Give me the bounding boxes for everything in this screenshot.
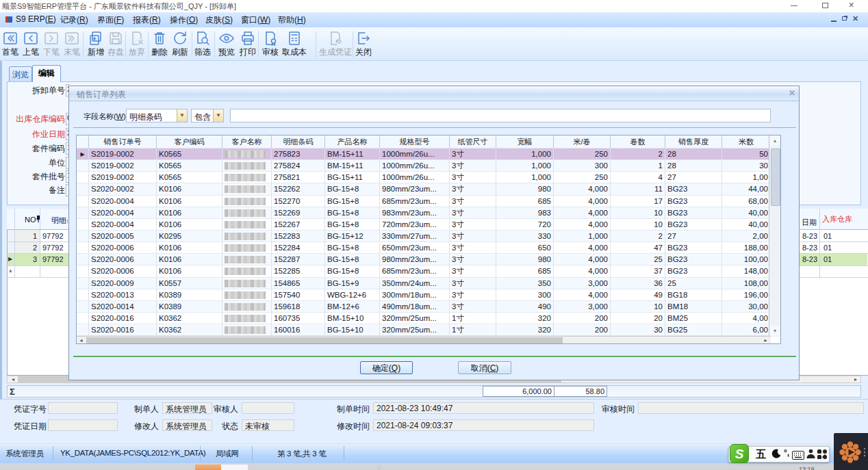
dialog-table-row-3[interactable]: S2020-0002K0106152262BG-15+8980mm/23um..… (77, 183, 771, 195)
toolbar-button-audit[interactable]: 审核 (259, 30, 281, 59)
footer-field-1-0[interactable] (48, 419, 118, 431)
menu-item-1[interactable]: 记录(R) (60, 14, 88, 25)
tab-browse[interactable]: 浏览 (9, 66, 32, 81)
column-header-8[interactable]: 米/卷 (554, 135, 611, 148)
footer-field-1-1[interactable]: 系统管理员 (162, 419, 212, 431)
dialog-table-row-4[interactable]: S2020-0004K0106152270BG-15+8685mm/23um..… (77, 196, 771, 207)
dialog-table-hscrollbar[interactable]: ◂▸ (77, 336, 771, 344)
person-icon[interactable] (806, 449, 815, 462)
toolbar-button-close[interactable]: 关闭 (353, 30, 374, 59)
footer-field-0-0[interactable] (48, 402, 118, 414)
toolbar-button-delete[interactable]: 删除 (149, 30, 170, 59)
scroll-left-button[interactable]: ◂ (8, 376, 18, 382)
filter-operator-select[interactable]: 包含▼ (191, 109, 224, 122)
dialog-table-row-10[interactable]: S2020-0006K0106152285BG-15+8685mm/23um..… (77, 265, 771, 277)
keyboard-icon[interactable] (792, 450, 804, 462)
dialog-table-row-12[interactable]: S2020-0013K0389157540WBG-12+6300mm/18um.… (77, 289, 771, 301)
chevron-down-icon[interactable]: ▼ (177, 109, 187, 122)
cell-10-9: 37 (611, 265, 665, 277)
toolbar-button-add[interactable]: 新增 (85, 30, 107, 59)
window-minimize-button[interactable] (791, 5, 797, 6)
menu-item-3[interactable]: 报表(R) (133, 14, 161, 25)
ime-logo[interactable]: S (730, 444, 749, 463)
dialog-table-row-6[interactable]: S2020-0004K0106152267BG-15+8720mm/23um..… (77, 219, 771, 231)
dialog-table-row-15[interactable]: S2020-0016K0362160016BG-15+10320mm/25um.… (77, 324, 771, 336)
dialog-table-vscrollbar[interactable]: ▴▾ (769, 135, 780, 337)
dialog-table-row-14[interactable]: S2020-0016K0362160735BM-15+10320mm/25um.… (77, 313, 771, 324)
dialog-table-row-13[interactable]: S2020-0014K0389159618BM-12+6490mm/18um..… (77, 301, 771, 313)
column-header-9[interactable]: 卷数 (611, 135, 665, 148)
scroll-right-button[interactable]: ▸ (851, 376, 860, 382)
cell-2-8: 250 (554, 172, 611, 183)
footer-field-1-3[interactable]: 2021-08-24 09:03:37 (373, 419, 594, 431)
scroll-left-button[interactable]: ◂ (77, 337, 86, 344)
column-header-10[interactable]: 销售厚度 (665, 135, 722, 148)
cancel-button[interactable]: 取消(C) (458, 361, 511, 374)
taskbar-app[interactable] (221, 465, 248, 470)
menu-item-0[interactable]: S9 ERP(E) (16, 14, 56, 25)
footer-field-0-3[interactable]: 2021-08-23 10:49:47 (373, 402, 594, 414)
dialog-table-row-1[interactable]: S2019-0002K0565275824BM-15+111000mm/26u.… (77, 160, 771, 172)
column-header-7[interactable]: 宽幅 (496, 135, 554, 148)
moon-icon[interactable] (771, 448, 781, 462)
toolbar-button-filter[interactable]: 筛选 (192, 30, 214, 59)
punctuation-icon[interactable]: °, (784, 448, 789, 458)
dialog-table-row-8[interactable]: S2020-0006K0106152284BG-15+8650mm/23um..… (77, 242, 771, 254)
toolbar-button-preview[interactable]: 预览 (216, 30, 238, 59)
toolbar-button-cost[interactable]: 取成本 (279, 30, 310, 59)
row-indicator-cell (77, 207, 89, 219)
hscroll-thumb[interactable] (86, 337, 563, 344)
cell-15-4: BG-15+10 (325, 324, 380, 336)
tab-edit[interactable]: 编辑 (32, 65, 61, 82)
mdi-minimize-button[interactable] (831, 21, 837, 22)
chevron-down-icon[interactable]: ▼ (213, 109, 223, 122)
dialog-table-row-2[interactable]: S2019-0002K0565275821BG-15+111000mm/26u.… (77, 172, 771, 183)
next-icon (43, 30, 60, 47)
toolbar-label: 关闭 (353, 47, 374, 57)
menu-item-6[interactable]: 窗口(W) (241, 14, 270, 25)
menu-item-5[interactable]: 皮肤(S) (205, 14, 233, 25)
dialog-table-row-7[interactable]: S2020-0005K0295152283BG-15+12330mm/27um.… (77, 231, 771, 242)
dialog-close-button[interactable]: ✕ (789, 88, 795, 98)
menu-item-2[interactable]: 界面(F) (97, 14, 124, 25)
taskbar-active-app[interactable] (195, 465, 221, 470)
dialog-table-row-0[interactable]: ▶S2019-0002K0565275823BM-15+111000mm/26u… (77, 148, 771, 160)
recorder-widget[interactable] (834, 433, 868, 470)
menu-item-4[interactable]: 操作(O) (170, 14, 198, 25)
scroll-up-button[interactable]: ▴ (770, 135, 780, 146)
dialog-table-row-5[interactable]: S2020-0004K0106152269BG-15+8983mm/23um..… (77, 207, 771, 219)
footer-field-1-2[interactable]: 未审核 (242, 419, 294, 431)
form-label-4: 单位 (3, 157, 65, 168)
column-header-5[interactable]: 规格型号 (380, 135, 450, 148)
dialog-table-row-9[interactable]: S2020-0006K0106152287BG-15+8980mm/23um..… (77, 254, 771, 265)
ok-button[interactable]: 确定(Q) (360, 361, 413, 374)
vscroll-thumb[interactable] (771, 148, 780, 206)
toolbar-button-refresh[interactable]: 刷新 (169, 30, 191, 59)
column-header-11[interactable]: 米数 (722, 135, 771, 148)
column-header-3[interactable]: 明细条码 (272, 135, 325, 148)
footer-field-0-1[interactable]: 系统管理员 (162, 402, 212, 414)
footer-field-0-4[interactable] (638, 402, 864, 414)
toolbox-icon[interactable] (817, 449, 827, 462)
column-header-6[interactable]: 纸管尺寸 (450, 135, 496, 148)
column-header-1[interactable]: 客户编码 (157, 135, 222, 148)
window-close-button[interactable]: ✕ (848, 1, 854, 10)
menu-item-7[interactable]: 帮助(H) (278, 14, 306, 25)
cell-10-1: K0106 (157, 265, 222, 277)
column-header-4[interactable]: 产品名称 (325, 135, 380, 148)
dialog-table-row-11[interactable]: S2020-0009K0557154865BG-15+9350mm/24um..… (77, 278, 771, 289)
scroll-right-button[interactable]: ▸ (761, 337, 770, 344)
scroll-down-button[interactable]: ▾ (770, 326, 780, 336)
filter-field-select[interactable]: 明细条码▼ (126, 109, 188, 122)
mdi-restore-button[interactable] (842, 16, 847, 21)
ime-mode-wubi[interactable]: 五 (756, 448, 766, 461)
toolbar-button-first[interactable]: 首笔 (0, 30, 21, 59)
toolbar-button-print[interactable]: 打印 (237, 30, 259, 59)
toolbar-button-prev[interactable]: 上笔 (20, 30, 42, 59)
window-maximize-button[interactable] (822, 3, 828, 8)
column-header-2[interactable]: 客户名称 (222, 135, 272, 148)
footer-field-0-2[interactable] (242, 402, 294, 414)
filter-value-input[interactable] (230, 109, 771, 122)
column-header-0[interactable]: 销售订单号 (89, 135, 157, 148)
mdi-close-button[interactable]: ✕ (852, 14, 858, 23)
